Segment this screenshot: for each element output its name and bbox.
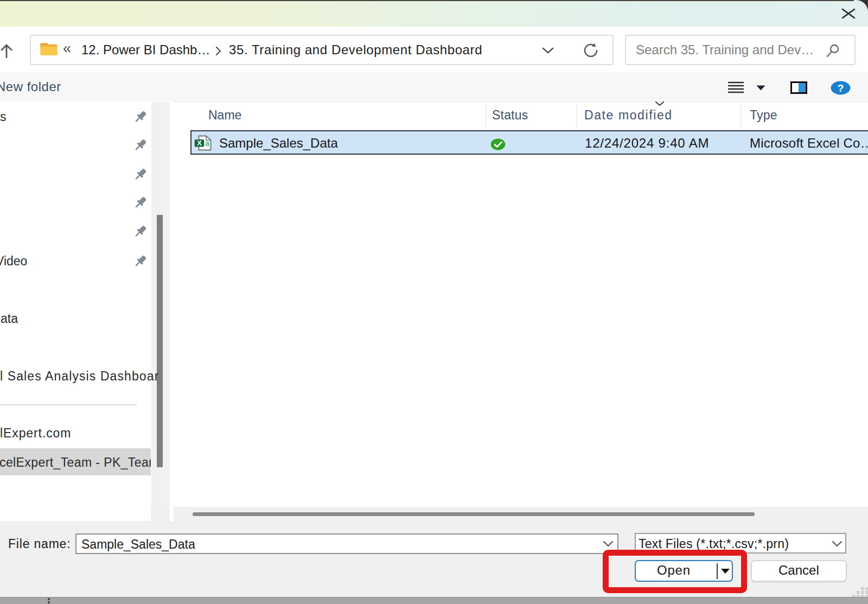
svg-text:a: a [205, 139, 209, 148]
svg-text:?: ? [838, 82, 844, 94]
svg-text:X: X [197, 139, 202, 147]
